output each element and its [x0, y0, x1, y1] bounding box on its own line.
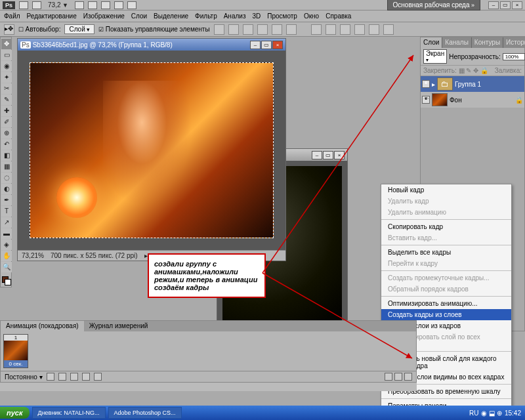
heal-tool[interactable]: ✚ [1, 106, 12, 116]
tab-history[interactable]: История [503, 37, 525, 48]
start-button[interactable]: пуск [0, 407, 30, 419]
align-icon-1[interactable] [214, 24, 224, 35]
doc1-canvas[interactable] [18, 51, 285, 250]
launch-icon[interactable] [19, 1, 28, 9]
align-icon-5[interactable] [272, 24, 282, 35]
first-frame-button[interactable] [47, 373, 54, 381]
menu-help[interactable]: Справка [326, 12, 351, 20]
workspace-button[interactable]: Основная рабочая среда » [387, 0, 480, 10]
zoom-tool[interactable]: 🔍 [1, 262, 12, 272]
doc1-image[interactable] [30, 62, 274, 238]
doc2-min[interactable]: – [312, 151, 322, 159]
menu-analysis[interactable]: Анализ [224, 12, 246, 20]
menu-view[interactable]: Просмотр [267, 12, 297, 20]
history-tool[interactable]: ↶ [1, 139, 12, 150]
new-frame-button[interactable] [394, 373, 402, 381]
animation-frame-1[interactable]: 1 0 сек. [3, 334, 28, 368]
color-swatches[interactable] [1, 276, 10, 285]
taskbar-item-2[interactable]: Adobe Photoshop CS... [108, 407, 182, 419]
menu-item[interactable]: Выделить все кадры [381, 247, 511, 258]
doc1-max[interactable]: ▭ [261, 41, 272, 49]
hand-tool[interactable]: ✋ [1, 251, 12, 261]
opacity-input[interactable]: 100% [503, 53, 525, 60]
shape-tool[interactable]: ▬ [1, 228, 12, 239]
lasso-tool[interactable]: ◉ [1, 61, 12, 72]
prev-frame-button[interactable] [58, 373, 66, 381]
menu-file[interactable]: Файл [4, 12, 20, 20]
layer-group-1[interactable]: 👁 ▸ 🗀 Группа 1 [421, 76, 524, 92]
system-tray[interactable]: RU◉ ⬓ ⊕15:42 [465, 410, 525, 417]
frame-time[interactable]: 0 сек. [4, 360, 28, 368]
close-button[interactable]: × [512, 1, 522, 9]
menu-item[interactable]: Создать кадры из слоев [381, 309, 511, 320]
move-preset-icon[interactable]: ▸✥ [4, 24, 14, 35]
menu-item[interactable]: Оптимизировать анимацию... [381, 298, 511, 309]
tween-button[interactable] [385, 373, 392, 381]
type-tool[interactable]: T [1, 206, 12, 217]
menu-filter[interactable]: Фильтр [195, 12, 217, 20]
doc1-titlebar[interactable]: Ps Sb33646b5ed1.jpg @ 73,2% (Группа 1, R… [18, 39, 285, 51]
move-tool[interactable]: ✥ [1, 39, 12, 49]
menu-select[interactable]: Выделение [154, 12, 188, 20]
play-button[interactable] [70, 373, 78, 381]
align-icon-2[interactable] [228, 24, 239, 35]
tab-measurements[interactable]: Журнал измерений [84, 321, 154, 331]
pen-tool[interactable]: ✒ [1, 195, 12, 205]
menu-image[interactable]: Изображение [83, 12, 125, 20]
doc1-min[interactable]: – [250, 41, 261, 49]
loop-select[interactable]: Постоянно ▾ [5, 373, 43, 381]
tab-animation[interactable]: Анимация (покадровая) [1, 321, 84, 331]
doc2-max[interactable]: ▭ [323, 151, 333, 159]
crop-tool[interactable]: ✂ [1, 83, 12, 94]
dist-icon-2[interactable] [326, 24, 336, 35]
hand-icon[interactable] [75, 1, 84, 9]
3d-tool[interactable]: ◈ [1, 240, 12, 250]
menu-item[interactable]: Скопировать кадр [381, 221, 511, 232]
dist-icon-5[interactable] [369, 24, 379, 35]
rotate-icon[interactable] [101, 1, 110, 9]
autoselect-select[interactable]: Слой ▾ [64, 24, 94, 34]
brush-tool[interactable]: ✐ [1, 117, 12, 127]
bridge-icon[interactable] [32, 1, 41, 9]
menu-edit[interactable]: Редактирование [27, 12, 77, 20]
dodge-tool[interactable]: ◐ [1, 184, 12, 194]
blur-tool[interactable]: ◌ [1, 173, 12, 183]
tab-channels[interactable]: Каналы [442, 37, 472, 48]
maximize-button[interactable]: ▭ [500, 1, 511, 9]
align-icon-3[interactable] [243, 24, 253, 35]
next-frame-button[interactable] [82, 373, 90, 381]
screen-icon[interactable] [127, 1, 136, 9]
zoom-icon[interactable] [88, 1, 97, 9]
dist-icon-3[interactable] [340, 24, 350, 35]
tab-layers[interactable]: Слои [421, 37, 442, 48]
menu-layers[interactable]: Слои [131, 12, 147, 20]
blend-mode-select[interactable]: Экран ▾ [423, 49, 447, 64]
align-icon-6[interactable] [286, 24, 297, 35]
eyedrop-tool[interactable]: ✎ [1, 94, 12, 105]
doc2-close[interactable]: × [334, 151, 345, 159]
showcontrols-checkbox[interactable]: ☑ Показать управляющие элементы [98, 26, 209, 33]
last-frame-button[interactable] [94, 373, 102, 381]
minimize-button[interactable]: – [488, 1, 499, 9]
eye-icon[interactable]: 👁 [422, 96, 430, 104]
delete-frame-button[interactable] [404, 373, 412, 381]
dist-icon-1[interactable] [311, 24, 322, 35]
taskbar-item-1[interactable]: Дневник: NATALI-NG... [32, 407, 106, 419]
dist-icon-4[interactable] [354, 24, 365, 35]
align-icon-4[interactable] [257, 24, 268, 35]
tab-paths[interactable]: Контуры [472, 37, 503, 48]
gradient-tool[interactable]: ▦ [1, 161, 12, 172]
doc1-close[interactable]: × [272, 41, 283, 49]
menu-window[interactable]: Окно [304, 12, 319, 20]
menu-item[interactable]: Новый кадр [381, 184, 511, 196]
layer-background[interactable]: 👁 Фон 🔒 [421, 92, 524, 108]
eye-icon[interactable]: 👁 [422, 80, 430, 88]
document-window-1[interactable]: Ps Sb33646b5ed1.jpg @ 73,2% (Группа 1, R… [17, 38, 286, 261]
dist-icon-6[interactable] [383, 24, 394, 35]
arrange-icon[interactable] [114, 1, 123, 9]
wand-tool[interactable]: ✦ [1, 72, 12, 83]
eraser-tool[interactable]: ◧ [1, 150, 12, 161]
stamp-tool[interactable]: ⊕ [1, 128, 12, 138]
path-tool[interactable]: ↗ [1, 217, 12, 228]
autoselect-checkbox[interactable]: ☐ Автовыбор: [18, 26, 60, 33]
